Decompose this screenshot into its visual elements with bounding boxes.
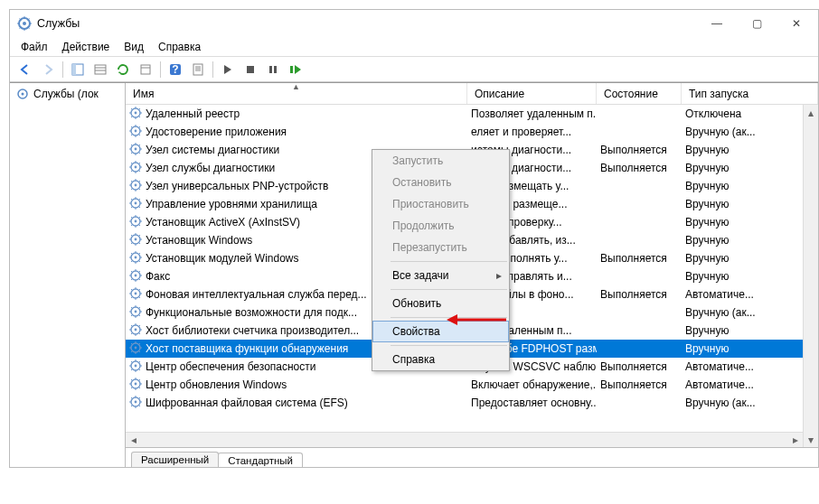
context-menu: Запустить Остановить Приостановить Продо… [372, 149, 510, 371]
cell-state: Выполняется [597, 144, 682, 156]
cell-startup: Вручную [682, 144, 818, 156]
pause-service-button[interactable] [263, 60, 283, 79]
gear-icon [129, 251, 142, 266]
table-row[interactable]: Удаленный реестрПозволяет удаленным п...… [126, 105, 818, 123]
tree-pane[interactable]: Службы (лок [10, 83, 126, 467]
window-title: Службы [37, 17, 697, 30]
ctx-separator [391, 345, 507, 346]
view-tabs: Расширенный Стандартный [126, 447, 818, 467]
svg-point-48 [135, 400, 137, 403]
properties-button[interactable] [188, 60, 208, 79]
show-hide-tree-button[interactable] [68, 60, 88, 79]
table-row[interactable]: Удостоверение приложенияеляет и проверяе… [126, 123, 818, 141]
tree-root-services[interactable]: Службы (лок [10, 83, 125, 105]
cell-description: Позволяет удаленным п... [467, 107, 597, 120]
ctx-resume[interactable]: Продолжить [372, 215, 509, 237]
cell-description: Предоставляет основну... [467, 397, 597, 409]
restart-service-button[interactable] [286, 60, 306, 79]
export-button[interactable] [90, 60, 110, 79]
scroll-right-button[interactable]: ▸ [787, 433, 803, 447]
table-row[interactable]: Центр обновления WindowsВключает обнаруж… [126, 376, 818, 394]
start-service-button[interactable] [218, 60, 238, 79]
back-button[interactable] [15, 60, 35, 79]
cell-name: Удостоверение приложения [126, 125, 467, 140]
gear-icon [129, 125, 142, 140]
svg-text:?: ? [172, 63, 178, 76]
ctx-properties[interactable]: Свойства [372, 321, 509, 342]
ctx-pause[interactable]: Приостановить [372, 193, 509, 215]
svg-rect-11 [274, 66, 277, 73]
tab-extended[interactable]: Расширенный [131, 452, 219, 467]
cell-startup: Вручную [682, 162, 818, 174]
tab-standard[interactable]: Стандартный [218, 453, 303, 467]
cell-name: Удаленный реестр [126, 107, 467, 122]
table-row[interactable]: Шифрованная файловая система (EFS)Предос… [126, 394, 818, 412]
minimize-button[interactable]: — [697, 11, 737, 36]
gear-icon [129, 143, 142, 158]
cell-name: Центр обновления Windows [126, 378, 467, 393]
export-list-button[interactable] [136, 60, 155, 79]
svg-point-1 [23, 22, 26, 25]
stop-service-button[interactable] [240, 60, 260, 79]
cell-startup: Вручную [682, 198, 818, 210]
menu-view[interactable]: Вид [117, 39, 151, 55]
cell-startup: Отключена [682, 107, 818, 120]
gear-icon [129, 305, 142, 321]
ctx-stop[interactable]: Остановить [372, 172, 509, 193]
svg-point-24 [135, 183, 137, 186]
cell-state: Выполняется [597, 288, 682, 301]
col-header-description[interactable]: Описание [467, 83, 597, 104]
gear-icon [129, 287, 142, 303]
col-header-state[interactable]: Состояние [597, 83, 682, 104]
svg-point-18 [135, 129, 137, 132]
cell-name: Шифрованная файловая система (EFS) [126, 396, 467, 411]
cell-startup: Вручную [682, 324, 818, 337]
gear-icon [129, 269, 142, 285]
col-header-name[interactable]: Имя▲ [126, 83, 467, 104]
menu-help[interactable]: Справка [151, 39, 208, 55]
cell-startup: Автоматиче... [682, 378, 818, 391]
svg-point-40 [135, 328, 137, 331]
close-button[interactable]: ✕ [777, 11, 816, 36]
svg-point-20 [135, 147, 137, 150]
titlebar[interactable]: Службы — ▢ ✕ [10, 10, 818, 37]
ctx-start[interactable]: Запустить [372, 150, 509, 172]
cell-description: Включает обнаружение,... [467, 378, 597, 391]
svg-point-46 [135, 382, 137, 385]
ctx-refresh[interactable]: Обновить [372, 293, 509, 314]
ctx-restart[interactable]: Перезапустить [372, 237, 509, 258]
svg-point-16 [135, 111, 137, 114]
vertical-scrollbar[interactable]: ▴ ▾ [803, 105, 818, 447]
svg-point-34 [135, 274, 137, 276]
gear-icon [129, 359, 142, 375]
cell-startup: Вручную [682, 234, 818, 247]
ctx-all-tasks[interactable]: Все задачи▸ [372, 265, 509, 286]
svg-point-28 [135, 219, 137, 222]
svg-rect-8 [193, 64, 202, 75]
gear-icon [129, 396, 142, 411]
forward-button[interactable] [38, 60, 58, 79]
horizontal-scrollbar[interactable]: ◂ ▸ [126, 432, 803, 447]
scroll-left-button[interactable]: ◂ [126, 433, 141, 447]
col-header-startup[interactable]: Тип запуска [682, 83, 818, 104]
refresh-button[interactable] [113, 60, 133, 79]
gear-icon [129, 197, 142, 212]
tree-root-label: Службы (лок [33, 88, 99, 100]
column-headers: Имя▲ Описание Состояние Тип запуска [126, 83, 818, 105]
svg-rect-12 [290, 66, 293, 73]
svg-rect-4 [95, 65, 106, 74]
cell-startup: Вручную [682, 216, 818, 229]
gear-icon [129, 215, 142, 230]
maximize-button[interactable]: ▢ [737, 11, 777, 36]
help-button[interactable]: ? [165, 60, 185, 79]
scroll-down-button[interactable]: ▾ [804, 432, 818, 447]
gear-icon [129, 341, 142, 357]
menu-action[interactable]: Действие [55, 39, 118, 55]
svg-point-36 [135, 292, 137, 294]
menu-file[interactable]: Файл [14, 39, 55, 55]
gear-icon [129, 179, 142, 194]
scroll-up-button[interactable]: ▴ [804, 105, 818, 120]
cell-startup: Вручную [682, 180, 818, 192]
ctx-help[interactable]: Справка [372, 349, 509, 370]
svg-point-32 [135, 256, 137, 258]
